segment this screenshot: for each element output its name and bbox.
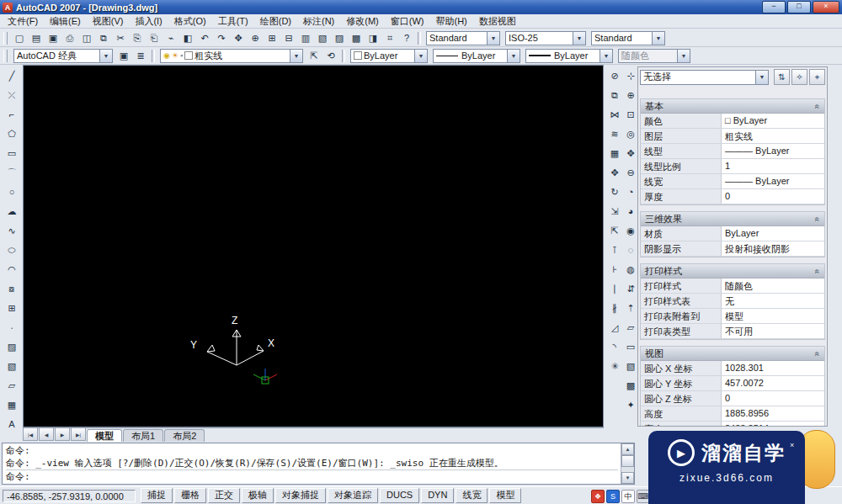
layer-color-swatch[interactable]: [184, 51, 193, 60]
point-icon[interactable]: ∙: [3, 318, 21, 337]
redo-icon[interactable]: ↷: [213, 29, 230, 46]
arc-icon[interactable]: ⌒: [3, 163, 21, 182]
polygon-icon[interactable]: ⬠: [3, 125, 21, 143]
property-value[interactable]: ByLayer: [722, 226, 824, 241]
dropdown-arrow-icon[interactable]: ▼: [677, 50, 690, 62]
bulb-icon[interactable]: ◉: [163, 51, 170, 60]
status-toggle-button[interactable]: DYN: [421, 488, 454, 503]
layer-combo[interactable]: ◉☀▪ 粗实线 ▼: [160, 49, 303, 63]
section-header[interactable]: 打印样式 «: [641, 264, 824, 279]
line-icon[interactable]: ╱: [3, 66, 21, 85]
construction-line-icon[interactable]: ⤫: [3, 86, 21, 104]
ellipse-icon[interactable]: ⬭: [3, 241, 21, 259]
tab-nav-button[interactable]: ▶: [55, 427, 70, 441]
collapse-chevron-icon[interactable]: «: [813, 351, 823, 356]
plot-icon[interactable]: ⎙: [61, 29, 78, 46]
tab-nav-button[interactable]: |◀: [23, 427, 38, 441]
layer-properties-icon[interactable]: ≣: [132, 47, 149, 64]
property-value[interactable]: 随颜色: [722, 279, 824, 293]
tab-nav-button[interactable]: ◀: [39, 427, 54, 441]
property-row[interactable]: 打印表附着到 模型: [641, 309, 824, 324]
property-value[interactable]: 1885.8956: [722, 406, 824, 421]
style-combo[interactable]: Standard ▼: [426, 31, 500, 45]
drawing-canvas[interactable]: Z Y X: [23, 65, 604, 427]
property-value[interactable]: 0: [722, 391, 824, 406]
property-row[interactable]: 线宽 ——— ByLayer: [641, 174, 824, 189]
property-value[interactable]: ——— ByLayer: [722, 174, 824, 188]
chinese-mode-icon[interactable]: 中: [621, 490, 635, 503]
selection-combo[interactable]: 无选择 ▼: [640, 70, 769, 85]
plot-preview-icon[interactable]: ◫: [78, 29, 95, 46]
collapse-chevron-icon[interactable]: «: [813, 268, 823, 273]
zoom-previous-icon[interactable]: ⊟: [280, 29, 297, 46]
toolbar-grip[interactable]: [3, 50, 8, 62]
save-workspace-icon[interactable]: ▣: [115, 47, 132, 64]
dropdown-arrow-icon[interactable]: ▼: [414, 50, 427, 62]
property-value[interactable]: □ ByLayer: [722, 114, 824, 128]
revision-cloud-icon[interactable]: ☁: [3, 202, 21, 220]
property-value[interactable]: 457.0072: [722, 376, 824, 390]
property-row[interactable]: 阴影显示 投射和接收阴影: [641, 241, 824, 257]
dropdown-arrow-icon[interactable]: ▼: [99, 50, 112, 62]
ellipse-arc-icon[interactable]: ◠: [3, 260, 21, 279]
property-row[interactable]: 颜色 □ ByLayer: [641, 114, 824, 129]
maximize-button[interactable]: □: [787, 1, 811, 13]
pan-icon[interactable]: ✥: [230, 29, 247, 46]
title-bar[interactable]: A AutoCAD 2007 - [Drawing3.dwg] − □ ×: [0, 0, 842, 14]
assistant-close-icon[interactable]: ×: [790, 441, 794, 449]
menu-item[interactable]: 插入(I): [129, 15, 168, 28]
menu-item[interactable]: 标注(N): [297, 15, 340, 28]
status-toggle-button[interactable]: 对象捕捉: [275, 488, 326, 503]
property-row[interactable]: 打印样式 随颜色: [641, 279, 824, 294]
tab-layout2[interactable]: 布局2: [164, 429, 205, 442]
table-icon[interactable]: ▦: [3, 395, 21, 414]
property-value[interactable]: ——— ByLayer: [722, 144, 824, 158]
tab-layout1[interactable]: 布局1: [123, 429, 163, 442]
command-window[interactable]: 命令: 命令: _-view 输入选项 [?/删除(D)/正交(O)/恢复(R)…: [2, 443, 635, 485]
select-objects-icon[interactable]: ⌖: [809, 69, 825, 85]
scroll-down-icon[interactable]: ▼: [621, 472, 634, 484]
command-prompt-line[interactable]: 命令:: [6, 470, 618, 483]
property-row[interactable]: 打印样式表 无: [641, 294, 824, 309]
zoom-window-icon[interactable]: ⊞: [264, 29, 280, 46]
property-row[interactable]: 材质 ByLayer: [641, 226, 824, 241]
paste-icon[interactable]: ⎗: [146, 29, 163, 46]
region-icon[interactable]: ▱: [3, 376, 21, 395]
property-row[interactable]: 圆心 Y 坐标 457.0072: [641, 376, 824, 391]
property-row[interactable]: 圆心 X 坐标 1028.301: [641, 361, 824, 376]
menu-item[interactable]: 编辑(E): [44, 15, 87, 28]
property-row[interactable]: 厚度 0: [641, 189, 824, 204]
cut-icon[interactable]: ✂: [112, 29, 129, 46]
sogou-s-icon[interactable]: S: [606, 490, 620, 503]
section-header[interactable]: 三维效果 «: [641, 212, 824, 226]
property-value[interactable]: 无: [722, 294, 824, 308]
collapse-chevron-icon[interactable]: «: [813, 103, 823, 109]
tab-nav-button[interactable]: ▶|: [71, 427, 86, 441]
menu-item[interactable]: 视图(V): [87, 15, 130, 28]
property-value[interactable]: 投射和接收阴影: [722, 241, 824, 256]
menu-item[interactable]: 修改(M): [340, 15, 385, 28]
save-icon[interactable]: ▣: [45, 29, 61, 46]
toggle-value-icon[interactable]: ⇅: [774, 69, 790, 85]
section-header[interactable]: 视图 «: [641, 347, 824, 361]
lineweight-combo[interactable]: ByLayer ▼: [525, 49, 613, 63]
command-scrollbar[interactable]: ▲ ▼: [621, 443, 634, 484]
make-block-icon[interactable]: ⊞: [3, 299, 21, 317]
menu-item[interactable]: 帮助(H): [430, 15, 473, 28]
publish-icon[interactable]: ⧉: [95, 29, 112, 46]
minimize-button[interactable]: −: [762, 1, 786, 13]
tab-model[interactable]: 模型: [87, 429, 122, 442]
property-row[interactable]: 宽度 3488.3514: [641, 422, 824, 427]
dropdown-arrow-icon[interactable]: ▼: [652, 32, 664, 45]
property-value[interactable]: 不可用: [722, 324, 824, 338]
status-toggle-button[interactable]: 捕捉: [141, 488, 173, 503]
property-row[interactable]: 图层 粗实线: [641, 129, 824, 144]
ime-logo-icon[interactable]: ❖: [591, 490, 605, 503]
dropdown-arrow-icon[interactable]: ▼: [487, 32, 499, 45]
block-editor-icon[interactable]: ◧: [179, 29, 196, 46]
help-icon[interactable]: ?: [398, 29, 415, 46]
markup-set-manager-icon[interactable]: ◨: [365, 29, 381, 46]
polyline-icon[interactable]: ⌐: [3, 105, 21, 124]
spline-icon[interactable]: ∿: [3, 221, 21, 240]
dropdown-arrow-icon[interactable]: ▼: [507, 50, 520, 62]
